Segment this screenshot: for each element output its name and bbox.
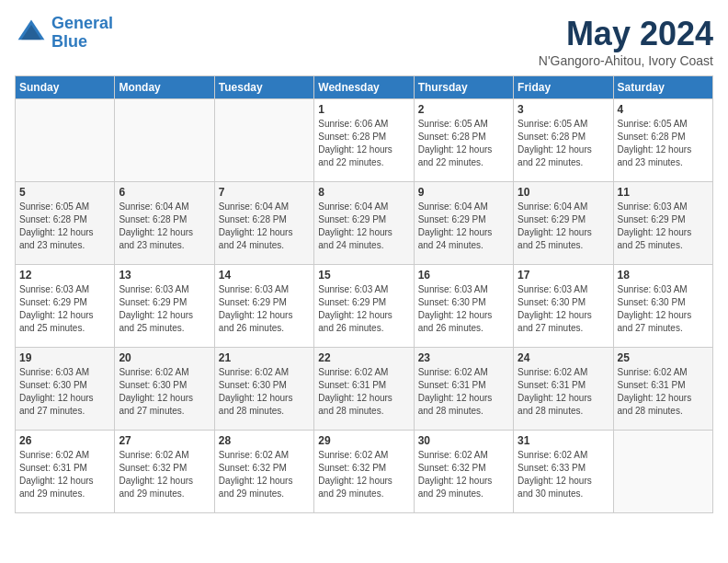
calendar-cell: 22 Sunrise: 6:02 AM Sunset: 6:31 PM Dayl… xyxy=(314,348,414,431)
day-number: 24 xyxy=(518,351,609,364)
day-info: Sunrise: 6:06 AM Sunset: 6:28 PM Dayligh… xyxy=(318,118,409,169)
week-row-1: 1 Sunrise: 6:06 AM Sunset: 6:28 PM Dayli… xyxy=(16,99,713,182)
day-info: Sunrise: 6:03 AM Sunset: 6:29 PM Dayligh… xyxy=(219,283,310,335)
calendar-cell: 27 Sunrise: 6:02 AM Sunset: 6:32 PM Dayl… xyxy=(115,431,214,513)
day-info: Sunrise: 6:04 AM Sunset: 6:28 PM Dayligh… xyxy=(119,201,210,252)
day-info: Sunrise: 6:04 AM Sunset: 6:29 PM Dayligh… xyxy=(318,201,409,252)
day-info: Sunrise: 6:04 AM Sunset: 6:29 PM Dayligh… xyxy=(418,201,509,252)
calendar-cell: 30 Sunrise: 6:02 AM Sunset: 6:32 PM Dayl… xyxy=(414,431,513,513)
day-number: 11 xyxy=(618,186,709,199)
day-number: 14 xyxy=(219,269,310,282)
logo-text: General Blue xyxy=(51,15,113,52)
week-row-4: 19 Sunrise: 6:03 AM Sunset: 6:30 PM Dayl… xyxy=(16,348,713,431)
weekday-header-saturday: Saturday xyxy=(613,76,712,99)
calendar-cell: 23 Sunrise: 6:02 AM Sunset: 6:31 PM Dayl… xyxy=(414,348,513,431)
day-number: 21 xyxy=(219,351,310,364)
calendar-cell: 11 Sunrise: 6:03 AM Sunset: 6:29 PM Dayl… xyxy=(613,182,712,265)
calendar-cell: 24 Sunrise: 6:02 AM Sunset: 6:31 PM Dayl… xyxy=(514,348,613,431)
calendar: SundayMondayTuesdayWednesdayThursdayFrid… xyxy=(15,75,713,513)
calendar-cell: 18 Sunrise: 6:03 AM Sunset: 6:30 PM Dayl… xyxy=(613,265,712,348)
calendar-cell: 8 Sunrise: 6:04 AM Sunset: 6:29 PM Dayli… xyxy=(314,182,414,265)
day-number: 28 xyxy=(219,434,310,447)
day-number: 29 xyxy=(318,434,409,447)
weekday-header-friday: Friday xyxy=(514,76,613,99)
calendar-cell: 25 Sunrise: 6:02 AM Sunset: 6:31 PM Dayl… xyxy=(613,348,712,431)
day-number: 8 xyxy=(318,186,409,199)
day-number: 9 xyxy=(418,186,509,199)
day-info: Sunrise: 6:02 AM Sunset: 6:31 PM Dayligh… xyxy=(618,366,709,418)
location: N'Gangoro-Ahitou, Ivory Coast xyxy=(539,53,713,68)
day-number: 12 xyxy=(19,269,110,282)
day-info: Sunrise: 6:02 AM Sunset: 6:32 PM Dayligh… xyxy=(418,449,509,500)
day-number: 13 xyxy=(119,269,210,282)
day-number: 4 xyxy=(618,103,709,116)
weekday-header-wednesday: Wednesday xyxy=(314,76,414,99)
day-number: 17 xyxy=(518,269,609,282)
weekday-header-monday: Monday xyxy=(115,76,214,99)
day-info: Sunrise: 6:02 AM Sunset: 6:31 PM Dayligh… xyxy=(518,366,609,418)
calendar-cell: 5 Sunrise: 6:05 AM Sunset: 6:28 PM Dayli… xyxy=(16,182,115,265)
calendar-cell: 10 Sunrise: 6:04 AM Sunset: 6:29 PM Dayl… xyxy=(514,182,613,265)
calendar-cell: 20 Sunrise: 6:02 AM Sunset: 6:30 PM Dayl… xyxy=(115,348,214,431)
day-info: Sunrise: 6:03 AM Sunset: 6:29 PM Dayligh… xyxy=(119,283,210,335)
day-info: Sunrise: 6:03 AM Sunset: 6:29 PM Dayligh… xyxy=(618,201,709,252)
calendar-cell xyxy=(115,99,214,182)
calendar-cell: 12 Sunrise: 6:03 AM Sunset: 6:29 PM Dayl… xyxy=(16,265,115,348)
calendar-cell: 14 Sunrise: 6:03 AM Sunset: 6:29 PM Dayl… xyxy=(214,265,313,348)
day-number: 23 xyxy=(418,351,509,364)
day-info: Sunrise: 6:05 AM Sunset: 6:28 PM Dayligh… xyxy=(618,118,709,169)
day-number: 26 xyxy=(19,434,110,447)
day-number: 22 xyxy=(318,351,409,364)
calendar-cell: 19 Sunrise: 6:03 AM Sunset: 6:30 PM Dayl… xyxy=(16,348,115,431)
day-number: 6 xyxy=(119,186,210,199)
day-number: 20 xyxy=(119,351,210,364)
calendar-cell: 2 Sunrise: 6:05 AM Sunset: 6:28 PM Dayli… xyxy=(414,99,513,182)
week-row-3: 12 Sunrise: 6:03 AM Sunset: 6:29 PM Dayl… xyxy=(16,265,713,348)
calendar-cell: 21 Sunrise: 6:02 AM Sunset: 6:30 PM Dayl… xyxy=(214,348,313,431)
day-info: Sunrise: 6:02 AM Sunset: 6:31 PM Dayligh… xyxy=(19,449,110,500)
day-number: 2 xyxy=(418,103,509,116)
calendar-cell: 15 Sunrise: 6:03 AM Sunset: 6:29 PM Dayl… xyxy=(314,265,414,348)
day-info: Sunrise: 6:02 AM Sunset: 6:31 PM Dayligh… xyxy=(418,366,509,418)
calendar-cell: 7 Sunrise: 6:04 AM Sunset: 6:28 PM Dayli… xyxy=(214,182,313,265)
day-info: Sunrise: 6:03 AM Sunset: 6:30 PM Dayligh… xyxy=(19,366,110,418)
day-number: 15 xyxy=(318,269,409,282)
day-info: Sunrise: 6:02 AM Sunset: 6:32 PM Dayligh… xyxy=(219,449,310,500)
month-title: May 2024 xyxy=(539,15,713,53)
day-number: 10 xyxy=(518,186,609,199)
day-info: Sunrise: 6:03 AM Sunset: 6:30 PM Dayligh… xyxy=(518,283,609,335)
weekday-header-thursday: Thursday xyxy=(414,76,513,99)
calendar-cell: 31 Sunrise: 6:02 AM Sunset: 6:33 PM Dayl… xyxy=(514,431,613,513)
day-number: 31 xyxy=(518,434,609,447)
weekday-header-row: SundayMondayTuesdayWednesdayThursdayFrid… xyxy=(16,76,713,99)
calendar-cell: 17 Sunrise: 6:03 AM Sunset: 6:30 PM Dayl… xyxy=(514,265,613,348)
day-info: Sunrise: 6:02 AM Sunset: 6:33 PM Dayligh… xyxy=(518,449,609,500)
day-info: Sunrise: 6:05 AM Sunset: 6:28 PM Dayligh… xyxy=(19,201,110,252)
week-row-5: 26 Sunrise: 6:02 AM Sunset: 6:31 PM Dayl… xyxy=(16,431,713,513)
day-info: Sunrise: 6:03 AM Sunset: 6:29 PM Dayligh… xyxy=(19,283,110,335)
calendar-cell: 29 Sunrise: 6:02 AM Sunset: 6:32 PM Dayl… xyxy=(314,431,414,513)
page-header: General Blue May 2024 N'Gangoro-Ahitou, … xyxy=(15,15,713,68)
day-info: Sunrise: 6:05 AM Sunset: 6:28 PM Dayligh… xyxy=(518,118,609,169)
day-number: 19 xyxy=(19,351,110,364)
weekday-header-tuesday: Tuesday xyxy=(214,76,313,99)
day-number: 1 xyxy=(318,103,409,116)
day-number: 30 xyxy=(418,434,509,447)
calendar-cell xyxy=(214,99,313,182)
calendar-cell: 9 Sunrise: 6:04 AM Sunset: 6:29 PM Dayli… xyxy=(414,182,513,265)
day-info: Sunrise: 6:03 AM Sunset: 6:29 PM Dayligh… xyxy=(318,283,409,335)
calendar-cell: 6 Sunrise: 6:04 AM Sunset: 6:28 PM Dayli… xyxy=(115,182,214,265)
calendar-cell: 13 Sunrise: 6:03 AM Sunset: 6:29 PM Dayl… xyxy=(115,265,214,348)
day-info: Sunrise: 6:02 AM Sunset: 6:30 PM Dayligh… xyxy=(219,366,310,418)
calendar-cell: 1 Sunrise: 6:06 AM Sunset: 6:28 PM Dayli… xyxy=(314,99,414,182)
logo-icon xyxy=(15,17,48,50)
calendar-cell: 26 Sunrise: 6:02 AM Sunset: 6:31 PM Dayl… xyxy=(16,431,115,513)
day-info: Sunrise: 6:02 AM Sunset: 6:32 PM Dayligh… xyxy=(119,449,210,500)
day-number: 3 xyxy=(518,103,609,116)
day-number: 5 xyxy=(19,186,110,199)
calendar-cell: 28 Sunrise: 6:02 AM Sunset: 6:32 PM Dayl… xyxy=(214,431,313,513)
week-row-2: 5 Sunrise: 6:05 AM Sunset: 6:28 PM Dayli… xyxy=(16,182,713,265)
day-info: Sunrise: 6:02 AM Sunset: 6:30 PM Dayligh… xyxy=(119,366,210,418)
day-info: Sunrise: 6:02 AM Sunset: 6:31 PM Dayligh… xyxy=(318,366,409,418)
day-info: Sunrise: 6:04 AM Sunset: 6:29 PM Dayligh… xyxy=(518,201,609,252)
